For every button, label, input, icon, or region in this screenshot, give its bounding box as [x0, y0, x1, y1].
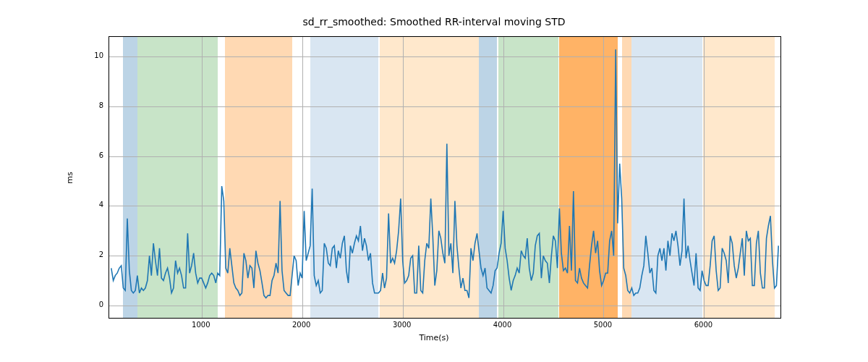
plot-area — [109, 36, 781, 319]
x-tick-label: 4000 — [481, 321, 524, 329]
y-tick-label: 4 — [76, 201, 103, 209]
figure: sd_rr_smoothed: Smoothed RR-interval mov… — [0, 0, 868, 362]
line-series — [109, 37, 780, 318]
chart-title: sd_rr_smoothed: Smoothed RR-interval mov… — [0, 16, 868, 28]
x-axis-label: Time(s) — [0, 333, 868, 342]
y-tick-label: 2 — [76, 251, 103, 258]
y-tick-label: 6 — [76, 151, 103, 159]
y-tick-label: 10 — [76, 51, 103, 59]
y-tick-label: 8 — [76, 101, 103, 109]
y-axis-label: ms — [64, 36, 75, 319]
y-tick-label: 0 — [76, 300, 103, 308]
signal-line — [111, 49, 778, 298]
x-tick-label: 2000 — [280, 321, 323, 329]
x-tick-label: 5000 — [581, 321, 624, 329]
x-tick-label: 1000 — [179, 321, 223, 329]
x-tick-label: 6000 — [681, 321, 725, 329]
x-tick-label: 3000 — [380, 321, 424, 329]
